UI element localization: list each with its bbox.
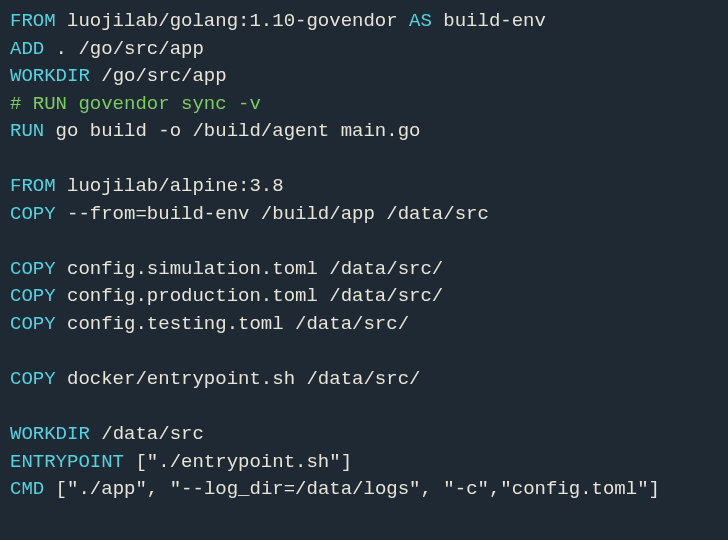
punct-token: , [421,478,444,500]
keyword-token: AS [409,10,432,32]
path-token: /data/src [90,423,204,445]
code-line: CMD ["./app", "--log_dir=/data/logs", "-… [10,476,718,504]
code-line: COPY config.testing.toml /data/src/ [10,311,718,339]
keyword-token: FROM [10,10,56,32]
keyword-token: ADD [10,38,44,60]
path-token: go build -o /build/agent main.go [44,120,420,142]
code-line: ENTRYPOINT ["./entrypoint.sh"] [10,449,718,477]
punct-token: , [489,478,500,500]
keyword-token: COPY [10,313,56,335]
keyword-token: ENTRYPOINT [10,451,124,473]
path-token: config.testing.toml /data/src/ [56,313,409,335]
blank-line [10,228,718,256]
code-line: COPY docker/entrypoint.sh /data/src/ [10,366,718,394]
string-token: "./entrypoint.sh" [147,451,341,473]
code-line: COPY --from=build-env /build/app /data/s… [10,201,718,229]
string-token: "-c" [443,478,489,500]
string-token: "./app" [67,478,147,500]
path-token: --from=build-env /build/app /data/src [56,203,489,225]
keyword-token: COPY [10,258,56,280]
path-token: docker/entrypoint.sh /data/src/ [56,368,421,390]
punct-token: ] [341,451,352,473]
punct-token: ] [649,478,660,500]
punct-token: [ [124,451,147,473]
path-token: luojilab/golang:1.10-govendor [56,10,409,32]
keyword-token: FROM [10,175,56,197]
code-line: COPY config.production.toml /data/src/ [10,283,718,311]
dockerfile-code-block: FROM luojilab/golang:1.10-govendor AS bu… [10,8,718,504]
keyword-token: CMD [10,478,44,500]
string-token: "--log_dir=/data/logs" [170,478,421,500]
keyword-token: WORKDIR [10,65,90,87]
keyword-token: COPY [10,285,56,307]
code-line: # RUN govendor sync -v [10,91,718,119]
code-line: WORKDIR /data/src [10,421,718,449]
code-line: FROM luojilab/alpine:3.8 [10,173,718,201]
keyword-token: COPY [10,203,56,225]
blank-line [10,146,718,174]
path-token: /go/src/app [90,65,227,87]
punct-token: , [147,478,170,500]
blank-line [10,394,718,422]
code-line: WORKDIR /go/src/app [10,63,718,91]
path-token: config.simulation.toml /data/src/ [56,258,444,280]
code-line: RUN go build -o /build/agent main.go [10,118,718,146]
keyword-token: RUN [10,120,44,142]
code-line: COPY config.simulation.toml /data/src/ [10,256,718,284]
keyword-token: WORKDIR [10,423,90,445]
string-token: "config.toml" [500,478,648,500]
path-token: . /go/src/app [44,38,204,60]
path-token: build-env [432,10,546,32]
blank-line [10,339,718,367]
path-token: luojilab/alpine:3.8 [56,175,284,197]
punct-token: [ [44,478,67,500]
code-line: ADD . /go/src/app [10,36,718,64]
keyword-token: COPY [10,368,56,390]
code-line: FROM luojilab/golang:1.10-govendor AS bu… [10,8,718,36]
comment-text: # RUN govendor sync -v [10,93,261,115]
path-token: config.production.toml /data/src/ [56,285,444,307]
